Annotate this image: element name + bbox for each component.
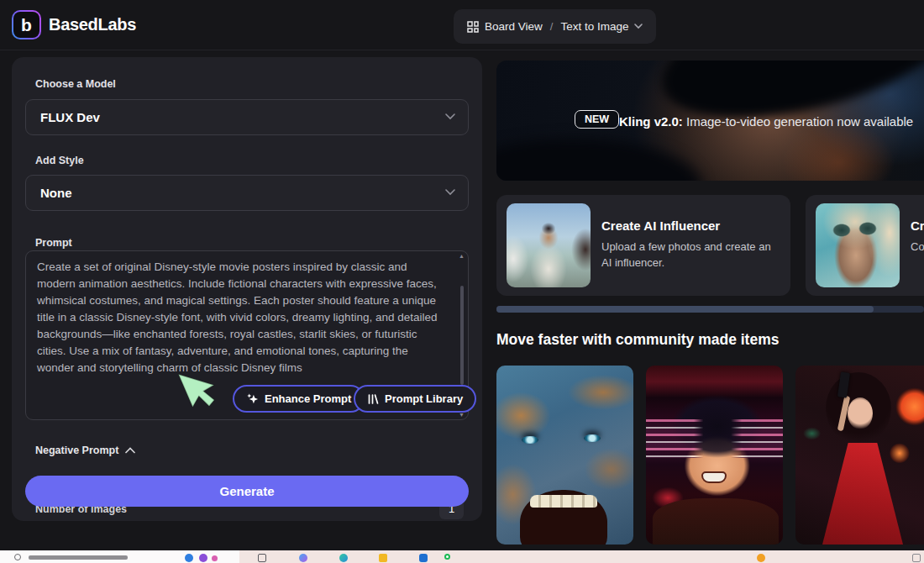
style-label: Add Style xyxy=(35,155,84,166)
second-promo-card[interactable]: Cre Con xyxy=(806,195,924,296)
art-layer xyxy=(520,490,607,545)
art-layer xyxy=(646,419,783,458)
banner-caption: Kling v2.0: Image-to-video generation no… xyxy=(619,114,913,129)
current-view-label: Text to Image xyxy=(560,20,628,33)
style-select[interactable]: None xyxy=(25,175,469,211)
art-layer xyxy=(653,498,779,545)
art-layer xyxy=(822,443,903,545)
brand-title: BasedLabs xyxy=(49,15,136,34)
library-lines-icon xyxy=(367,393,379,405)
enhance-prompt-label: Enhance Prompt xyxy=(265,392,351,405)
view-switcher: Board View / Text to Image xyxy=(454,9,656,44)
community-image-demon-face[interactable] xyxy=(496,366,633,545)
banner-title-rest: Image-to-video generation now available xyxy=(683,114,913,129)
diver-thumbnail xyxy=(816,203,900,287)
current-view-dropdown[interactable]: Text to Image xyxy=(560,20,643,33)
card-title: Create AI Influencer xyxy=(601,218,720,233)
style-value: None xyxy=(40,186,72,200)
sparkles-icon xyxy=(246,392,259,405)
board-view-label: Board View xyxy=(485,20,543,33)
scroll-down-arrow-icon[interactable]: ▼ xyxy=(459,412,465,418)
community-image-woman-gun[interactable] xyxy=(795,366,924,545)
art-layer xyxy=(584,434,601,442)
community-heading: Move faster with community made items xyxy=(496,331,779,349)
task-view-icon[interactable] xyxy=(258,554,266,562)
enhance-prompt-button[interactable]: Enhance Prompt xyxy=(233,385,365,413)
art-layer xyxy=(701,471,727,483)
app-icon[interactable] xyxy=(339,554,348,562)
create-ai-influencer-card[interactable]: Create AI Influencer Upload a few photos… xyxy=(496,195,790,296)
art-layer xyxy=(522,436,538,444)
banner-title-bold: Kling v2.0: xyxy=(619,114,683,129)
search-placeholder-fragment xyxy=(29,555,128,560)
chevron-up-icon xyxy=(125,447,135,454)
art-layer xyxy=(649,61,924,143)
copilot-icon[interactable] xyxy=(299,554,307,562)
chevron-down-icon xyxy=(445,113,455,120)
taskbar-search-box[interactable] xyxy=(0,550,239,563)
outlook-icon[interactable] xyxy=(419,554,428,562)
tray-icon[interactable] xyxy=(912,554,921,562)
notification-icon[interactable] xyxy=(757,554,765,562)
card-title: Cre xyxy=(911,218,924,233)
chevron-down-icon xyxy=(634,24,643,29)
chevron-down-icon xyxy=(445,189,455,196)
negative-prompt-label: Negative Prompt xyxy=(35,445,118,456)
people-icon[interactable] xyxy=(212,555,218,561)
cards-horizontal-scrollbar[interactable] xyxy=(496,306,924,313)
prompt-library-button[interactable]: Prompt Library xyxy=(354,385,476,413)
card-description: Upload a few photos and create an AI inf… xyxy=(601,239,782,271)
basedlabs-logo-icon[interactable]: b xyxy=(12,10,41,39)
negative-prompt-toggle[interactable]: Negative Prompt xyxy=(35,445,135,456)
model-label: Choose a Model xyxy=(35,78,116,90)
search-icon xyxy=(14,554,21,560)
people-icon[interactable] xyxy=(185,554,193,562)
new-badge: NEW xyxy=(575,110,619,129)
prompt-label: Prompt xyxy=(35,237,72,249)
model-select[interactable]: FLUX Dev xyxy=(25,99,469,135)
scrollbar-thumb[interactable] xyxy=(460,286,464,385)
grid-icon xyxy=(467,21,479,33)
influencer-thumbnail xyxy=(507,203,591,287)
art-layer xyxy=(496,139,701,181)
generate-button[interactable]: Generate xyxy=(25,476,469,507)
prompt-library-label: Prompt Library xyxy=(385,392,463,405)
art-layer xyxy=(530,495,597,508)
generation-settings-panel: Choose a Model FLUX Dev Add Style None P… xyxy=(12,57,482,521)
kling-promo-banner[interactable]: NEW Kling v2.0: Image-to-video generatio… xyxy=(496,61,924,181)
board-view-button[interactable]: Board View xyxy=(467,20,543,33)
folder-icon[interactable] xyxy=(379,554,387,562)
people-icon[interactable] xyxy=(199,554,207,562)
art-layer xyxy=(848,397,873,429)
os-taskbar[interactable] xyxy=(0,550,924,563)
app-header: b BasedLabs Board View / Text to Image xyxy=(0,0,924,50)
scrollbar-thumb[interactable] xyxy=(496,306,874,313)
scroll-up-arrow-icon[interactable]: ▲ xyxy=(459,253,465,259)
spotify-icon[interactable] xyxy=(444,554,450,560)
nav-separator: / xyxy=(550,20,554,33)
community-image-anime-boy[interactable] xyxy=(646,366,783,545)
model-value: FLUX Dev xyxy=(40,110,100,124)
card-description: Con xyxy=(911,239,924,255)
